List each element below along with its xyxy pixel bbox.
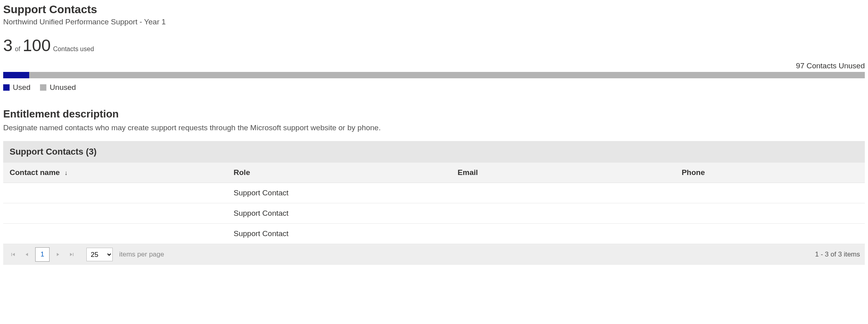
- first-page-icon: [11, 252, 15, 256]
- legend-unused-swatch: [40, 84, 46, 91]
- legend-used: Used: [3, 83, 30, 92]
- page-subtitle: Northwind Unified Performance Support - …: [3, 18, 865, 26]
- cell-phone: [675, 183, 865, 203]
- prev-page-icon: [25, 252, 29, 256]
- table-row[interactable]: Support Contact: [3, 224, 865, 244]
- legend-unused: Unused: [40, 83, 76, 92]
- cell-name: [3, 203, 227, 224]
- pager-prev-button[interactable]: [22, 249, 32, 260]
- usage-legend: Used Unused: [3, 83, 865, 92]
- last-page-icon: [70, 252, 74, 256]
- pager-first-button[interactable]: [8, 249, 18, 260]
- table-pager: 1 25 items per page 1 - 3 of 3 items: [3, 244, 865, 265]
- next-page-icon: [56, 252, 60, 256]
- pager-next-button[interactable]: [53, 249, 63, 260]
- items-per-page-label: items per page: [119, 250, 164, 258]
- usage-used-label: Contacts used: [53, 46, 94, 53]
- table-row[interactable]: Support Contact: [3, 203, 865, 224]
- cell-email: [451, 224, 675, 244]
- cell-role: Support Contact: [227, 183, 451, 203]
- legend-used-swatch: [3, 84, 10, 91]
- usage-used-number: 3: [3, 36, 12, 55]
- usage-bar: [3, 72, 865, 78]
- table-panel-title: Support Contacts (3): [3, 141, 865, 163]
- pager-current-page[interactable]: 1: [35, 247, 50, 262]
- pager-range-text: 1 - 3 of 3 items: [815, 250, 860, 258]
- usage-summary: 3 of 100 Contacts used: [3, 36, 865, 55]
- sort-arrow-down-icon: ↓: [64, 169, 68, 176]
- cell-phone: [675, 224, 865, 244]
- cell-email: [451, 183, 675, 203]
- page-size-select[interactable]: 25: [86, 248, 113, 261]
- cell-name: [3, 183, 227, 203]
- usage-bar-used-segment: [3, 72, 29, 78]
- legend-unused-label: Unused: [50, 83, 76, 92]
- usage-total-number: 100: [23, 36, 51, 55]
- cell-email: [451, 203, 675, 224]
- column-header-role[interactable]: Role: [227, 163, 451, 183]
- cell-phone: [675, 203, 865, 224]
- column-header-phone[interactable]: Phone: [675, 163, 865, 183]
- unused-count-text: 97 Contacts Unused: [3, 62, 865, 70]
- table-row[interactable]: Support Contact: [3, 183, 865, 203]
- usage-of-label: of: [15, 46, 20, 53]
- cell-role: Support Contact: [227, 224, 451, 244]
- legend-used-label: Used: [13, 83, 30, 92]
- contacts-table: Contact name ↓ Role Email Phone Support …: [3, 163, 865, 244]
- entitlement-heading: Entitlement description: [3, 108, 865, 120]
- column-header-email[interactable]: Email: [451, 163, 675, 183]
- cell-role: Support Contact: [227, 203, 451, 224]
- column-header-contact-name-label: Contact name: [10, 168, 60, 177]
- entitlement-description: Designate named contacts who may create …: [3, 123, 865, 132]
- pager-last-button[interactable]: [66, 249, 77, 260]
- cell-name: [3, 224, 227, 244]
- page-title: Support Contacts: [3, 3, 865, 16]
- table-header-row: Contact name ↓ Role Email Phone: [3, 163, 865, 183]
- column-header-contact-name[interactable]: Contact name ↓: [3, 163, 227, 183]
